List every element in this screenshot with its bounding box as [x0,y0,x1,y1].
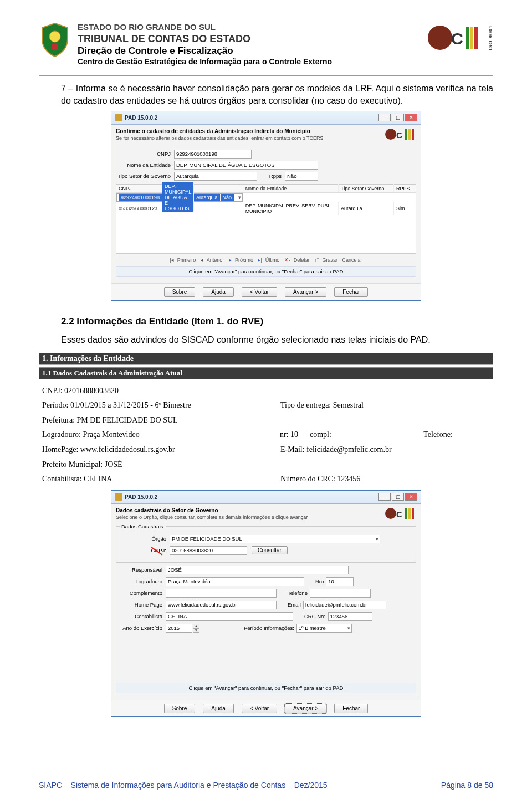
footer-left: SIAPC – Sistema de Informações para Audi… [39,781,328,790]
dialog2-title: PAD 15.0.0.2 [125,494,157,500]
info-prefeitura: Prefeitura: PM DE FELICIDADE DO SUL [42,413,280,428]
consultar-button[interactable]: Consultar [252,546,288,554]
cell: 92924901000198 [119,194,162,201]
dialog2-hint: Clique em "Avançar" para continuar, ou "… [116,683,416,693]
svg-rect-1 [52,44,58,50]
dialog-subtext: Se for necessário alterar os dados cadas… [116,135,416,141]
nav-primeiro[interactable]: Primeiro [177,257,196,263]
maximize-button[interactable]: ▢ [392,493,404,501]
svg-point-7 [385,129,396,140]
svg-text:C: C [396,510,402,519]
close-button[interactable]: ✕ [405,493,417,501]
dialog-titlebar: PAD 15.0.0.2 ─ ▢ ✕ [111,111,421,125]
entidades-table[interactable]: CNPJ Nome da Entidade Tipo Setor Governo… [116,184,416,255]
telefone-input[interactable] [310,589,371,598]
cell: Autarquia [339,202,394,215]
responsavel-input[interactable] [166,566,349,574]
spinner-up-icon[interactable]: ▴ [193,624,200,628]
groupbox-label: Dados Cadastrais: [120,523,166,530]
ano-exercicio-label: Ano do Exercício [116,625,166,631]
complemento-input[interactable] [166,589,277,598]
cnpj2-input[interactable] [170,546,247,555]
nome-entidade-label: Nome da Entidade [116,162,174,168]
info-nr: nr: 10 [280,430,298,439]
avancar-button[interactable]: Avançar > [285,287,326,297]
telefone-label: Telefone [277,590,310,596]
logradouro-input[interactable] [166,577,304,586]
ano-exercicio-spinner[interactable]: ▴▾ [166,624,200,633]
crcnro-label: CRC Nro [293,613,328,619]
logradouro-label: Logradouro [116,578,166,584]
dialog-dados-cadastrais: PAD 15.0.0.2 ─ ▢ ✕ Dados cadastrais do S… [111,490,421,717]
cnpj2-label: CNPJ: [120,547,170,553]
tce-logo-icon: C [424,22,485,53]
voltar-button[interactable]: < Voltar [242,287,277,297]
table-row[interactable]: 05332568000123 DEP. MUNICIPAL PREV. SERV… [116,202,416,215]
table-row[interactable]: 92924901000198 DEP. MUNICIPAL DE ÁGUA E … [116,193,243,202]
maximize-button[interactable]: ▢ [392,114,404,121]
sobre-button[interactable]: Sobre [164,287,196,297]
app-icon [115,493,122,501]
orgao-select[interactable]: PM DE FELICIDADE DO SUL [170,535,380,543]
nro-input[interactable] [326,577,354,586]
email-label: Email [277,602,303,608]
minimize-button[interactable]: ─ [378,493,391,501]
section-2-2-text: Esses dados são advindos do SISCAD confo… [61,334,493,346]
crcnro-input[interactable] [328,612,372,621]
ajuda-button[interactable]: Ajuda [203,704,234,713]
rpps-input[interactable] [285,172,318,181]
dialog2-subtext: Selecione o Órgão, clique consultar, com… [116,515,416,520]
homepage-input[interactable] [166,601,277,609]
header-tribunal: TRIBUNAL DE CONTAS DO ESTADO [78,33,418,45]
info-band-1-1: 1.1 Dados Cadastrais da Administração At… [39,367,493,379]
periodo-info-select[interactable]: 1º Bimestre [296,624,352,633]
svg-rect-10 [408,129,411,140]
ajuda-button[interactable]: Ajuda [203,287,234,297]
info-homepage: HomePage: www.felicidadedosul.rs.gov.br [42,442,280,457]
nav-cancelar[interactable]: Cancelar [342,257,362,263]
col-tipo: Tipo Setor Governo [339,184,394,192]
fechar-button[interactable]: Fechar [334,287,368,297]
dialog2-titlebar: PAD 15.0.0.2 ─ ▢ ✕ [111,491,421,504]
contabilista-input[interactable] [166,612,293,621]
orgao-label: Órgão [120,536,170,542]
tipo-setor-label: Tipo Setor de Governo [116,173,174,179]
nav-gravar[interactable]: Gravar [322,257,337,263]
tce-logo-small-icon: C [384,506,416,521]
paragraph-7: 7 – Informa se é necessário haver consol… [61,83,493,108]
svg-rect-16 [412,508,414,519]
info-entidade-block: 1. Informações da Entidade 1.1 Dados Cad… [39,353,493,489]
cnpj-input[interactable] [174,150,252,159]
svg-point-12 [385,508,396,519]
avancar-button[interactable]: Avançar > [285,704,326,713]
header-divider [39,75,493,76]
email-input[interactable] [303,601,386,609]
spinner-down-icon[interactable]: ▾ [193,628,200,633]
svg-point-2 [428,26,452,50]
nav-deletar[interactable]: Deletar [294,257,310,263]
info-email: E-Mail: felicidade@pmfelic.com.br [280,442,424,457]
close-button[interactable]: ✕ [405,114,417,121]
svg-point-0 [49,31,60,42]
svg-rect-15 [408,508,411,519]
cell: Não [221,194,235,201]
dialog-heading: Confirme o cadastro de entidades da Admi… [116,128,416,134]
info-crc: Número do CRC: 123456 [280,472,424,487]
nav-anterior[interactable]: Anterior [207,257,224,263]
tipo-setor-input[interactable] [174,172,257,181]
contabilista-label: Contabilista [116,613,166,619]
nome-entidade-input[interactable] [174,161,318,170]
sobre-button[interactable]: Sobre [164,704,196,713]
nav-ultimo[interactable]: Último [265,257,280,263]
svg-rect-14 [405,508,407,519]
fechar-button[interactable]: Fechar [334,704,368,713]
minimize-button[interactable]: ─ [378,114,391,121]
voltar-button[interactable]: < Voltar [242,704,277,713]
cnpj-label: CNPJ [116,151,174,157]
info-prefeito: Prefeito Municipal: JOSÉ [42,457,280,472]
tce-logo-small-icon: C [384,126,416,142]
col-rpps: RPPS [394,184,416,192]
header-centro: Centro de Gestão Estratégica de Informaç… [78,57,418,67]
nav-proximo[interactable]: Próximo [235,257,253,263]
info-logradouro: Logradouro: Praça Montevideo [42,428,280,442]
